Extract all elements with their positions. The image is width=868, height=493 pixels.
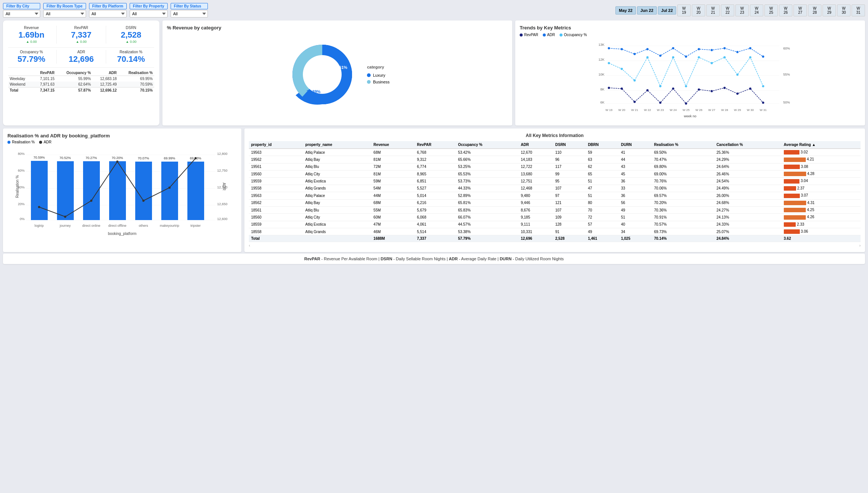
svg-point-45 xyxy=(659,85,662,88)
table-row-total: Total 7,347.15 57.87% 12,696.12 70.15% xyxy=(8,88,154,93)
kpi-table: RevPAR Occupancy % ADR Realisation % Wee… xyxy=(8,70,154,93)
svg-point-50 xyxy=(723,56,726,58)
svg-point-16 xyxy=(621,48,623,50)
filter-status: Filter By Status All xyxy=(171,3,208,18)
week-25[interactable]: W25 xyxy=(764,4,778,16)
svg-point-47 xyxy=(685,85,687,88)
svg-point-41 xyxy=(608,62,610,64)
legend-label-occ: Occupancy % xyxy=(564,33,587,37)
week-21[interactable]: W21 xyxy=(706,4,720,16)
week-30[interactable]: W30 xyxy=(837,4,850,16)
filter-status-select[interactable]: All xyxy=(171,10,208,18)
svg-text:W 22: W 22 xyxy=(644,108,651,112)
kpi-realization-value: 70.14% xyxy=(108,55,154,64)
week-29[interactable]: W29 xyxy=(823,4,836,16)
rating-bar xyxy=(784,150,799,155)
kpi-revenue-label: Revenue xyxy=(8,26,55,30)
kpi-adr: ADR 12,696 xyxy=(58,50,105,64)
svg-text:W 21: W 21 xyxy=(631,108,638,112)
filter-city-label: Filter By City xyxy=(3,3,40,9)
occupancy-line xyxy=(609,57,763,86)
legend-label-realization: Realisation % xyxy=(12,140,35,144)
week-23[interactable]: W23 xyxy=(735,4,749,16)
kpi-revenue: Revenue 1.69bn 0.00 xyxy=(8,26,55,44)
svg-point-46 xyxy=(672,56,674,58)
bar-chart-svg: 80% 60% 40% 20% 0% 12,800 12,750 12,700 … xyxy=(7,146,237,242)
week-28[interactable]: W28 xyxy=(808,4,821,16)
th-durn: DURN xyxy=(619,141,652,149)
th-rating: Average Rating ▲ xyxy=(782,141,861,149)
table-scroll-right[interactable]: › xyxy=(859,244,861,248)
month-jun[interactable]: Jun 22 xyxy=(637,6,657,15)
filter-property-select[interactable]: All xyxy=(130,10,168,18)
svg-point-39 xyxy=(749,88,751,90)
svg-text:12,650: 12,650 xyxy=(217,202,228,206)
table-row: 19560Atliq City81M8,96565.53%13,68099654… xyxy=(249,171,861,178)
kpi-dsrn-value: 2,528 xyxy=(108,31,154,39)
table-row: 18562Atliq Bay68M6,21665.81%9,4461218056… xyxy=(249,199,861,206)
kpi-revenue-value: 1.69bn xyxy=(8,31,55,39)
legend-label-adr-bar: ADR xyxy=(44,140,51,144)
svg-point-18 xyxy=(646,48,649,50)
table-row: 19559Atliq Exotica59M6,85153.73%12,75195… xyxy=(249,178,861,185)
svg-text:80%: 80% xyxy=(18,152,25,156)
svg-text:ADR: ADR xyxy=(222,182,226,190)
kpi-card: Revenue 1.69bn 0.00 RevPAR 7,337 0.00 DS… xyxy=(3,20,159,125)
legend-revpar: RevPAR xyxy=(520,33,538,37)
filter-room-select[interactable]: All xyxy=(43,10,86,18)
svg-point-91 xyxy=(64,216,66,218)
footer: RevPAR - Revenue Per Available Room | DS… xyxy=(3,254,865,264)
rating-bar xyxy=(784,208,806,212)
th-revpar: RevPAR xyxy=(415,141,456,149)
table-row: 19561Atliq Blu72M6,77453.25%12,722117624… xyxy=(249,163,861,170)
kpi-dsrn: DSRN 2,528 0.00 xyxy=(108,26,154,44)
filter-platform-select[interactable]: All xyxy=(89,10,127,18)
week-31[interactable]: W31 xyxy=(852,4,865,16)
kpi-revpar: RevPAR 7,337 0.00 xyxy=(58,26,105,44)
table-row: 19558Atliq Grands54M5,52744.33%12,468107… xyxy=(249,185,861,192)
metrics-table: property_id property_name Revenue RevPAR… xyxy=(249,141,861,242)
filters-row: Filter By City All Filter By Room Type A… xyxy=(3,3,865,18)
month-jul[interactable]: Jul 22 xyxy=(658,6,676,15)
legend-label-revpar: RevPAR xyxy=(524,33,538,37)
week-24[interactable]: W24 xyxy=(750,4,763,16)
th-dsrn: DSRN xyxy=(553,141,586,149)
week-20[interactable]: W20 xyxy=(692,4,705,16)
table-scroll-left[interactable]: ‹ xyxy=(249,244,250,248)
month-may[interactable]: May 22 xyxy=(615,6,636,15)
legend-dot-revpar xyxy=(520,34,523,36)
donut-container: 61.61% 38.39% category Luxury Business xyxy=(167,34,508,115)
donut-card: % Revenue by category xyxy=(162,20,512,125)
svg-point-26 xyxy=(749,47,751,50)
week-19[interactable]: W19 xyxy=(677,4,691,16)
svg-text:70.20%: 70.20% xyxy=(112,156,123,160)
donut-chart: 61.61% 38.39% xyxy=(285,37,359,112)
filter-city-select[interactable]: All xyxy=(3,10,40,18)
rating-bar xyxy=(784,179,800,184)
week-26[interactable]: W26 xyxy=(779,4,792,16)
svg-text:W 29: W 29 xyxy=(734,108,741,112)
svg-point-1 xyxy=(303,55,342,94)
kpi-revpar-delta: 0.00 xyxy=(58,40,105,44)
svg-point-35 xyxy=(698,88,700,90)
filter-platform: Filter By Platform All xyxy=(89,3,127,18)
svg-point-94 xyxy=(142,200,145,202)
svg-point-25 xyxy=(736,51,739,53)
th-prop-id: property_id xyxy=(249,141,303,149)
kpi-th-adr: ADR xyxy=(92,70,118,76)
svg-text:W 24: W 24 xyxy=(670,108,677,112)
week-27[interactable]: W27 xyxy=(793,4,807,16)
th-dbrn: DBRN xyxy=(586,141,619,149)
th-prop-name: property_name xyxy=(303,141,371,149)
week-22[interactable]: W22 xyxy=(721,4,734,16)
svg-text:69.99%: 69.99% xyxy=(164,156,175,160)
kpi-dsrn-delta: 0.00 xyxy=(108,40,154,44)
table-row: 19562Atliq Bay81M9,31265.66%14,183966344… xyxy=(249,156,861,163)
svg-text:W 27: W 27 xyxy=(708,108,715,112)
filter-status-label: Filter By Status xyxy=(171,3,208,9)
svg-point-37 xyxy=(723,87,726,89)
legend-title: category xyxy=(367,65,390,69)
svg-text:12,800: 12,800 xyxy=(217,152,228,156)
svg-text:W 28: W 28 xyxy=(721,108,728,112)
svg-text:W 20: W 20 xyxy=(618,108,625,112)
